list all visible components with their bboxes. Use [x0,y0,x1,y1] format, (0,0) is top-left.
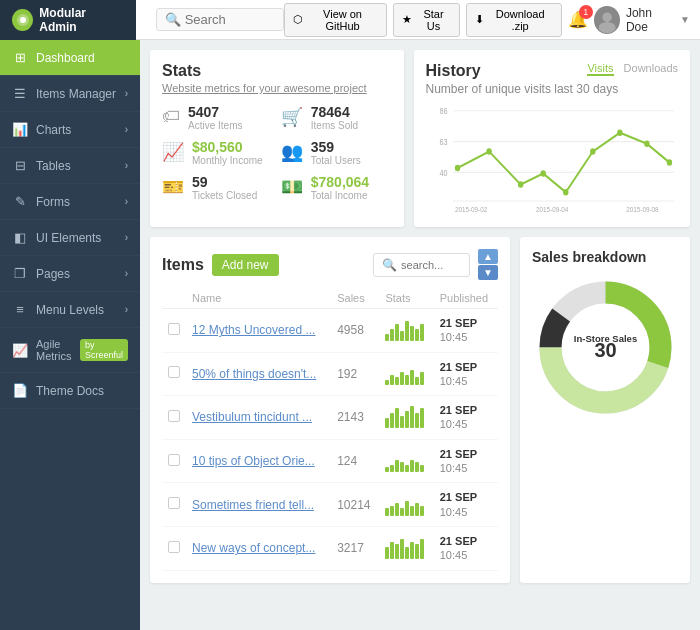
svg-point-3 [598,21,615,32]
item-sales: 10214 [331,483,379,527]
pub-date: 21 SEP10:45 [440,534,492,563]
item-name-link[interactable]: Sometimes friend tell... [192,498,314,512]
ticket-icon: 🎫 [162,176,184,198]
mini-bar [390,506,394,516]
mini-bar [395,377,399,385]
svg-text:2015-09-08: 2015-09-08 [626,205,658,212]
sidebar-item-dashboard[interactable]: ⊞ Dashboard [0,40,140,76]
sidebar-item-agile-metrics[interactable]: 📈 Agile Metrics by Screenful [0,328,140,373]
svg-point-17 [540,170,545,177]
row-checkbox[interactable] [168,541,180,553]
search-icon: 🔍 [382,258,397,272]
sidebar-item-pages[interactable]: ❐ Pages › [0,256,140,292]
download-button[interactable]: ⬇ Download .zip [466,3,562,37]
search-box[interactable]: 🔍 [156,8,284,31]
mini-bar [395,503,399,516]
row-checkbox[interactable] [168,410,180,422]
tab-visits[interactable]: Visits [587,62,613,76]
items-search-box[interactable]: 🔍 [373,253,470,277]
user-menu[interactable]: John Doe ▼ [594,6,690,34]
sidebar-item-items-manager[interactable]: ☰ Items Manager › [0,76,140,112]
pub-date: 21 SEP10:45 [440,447,492,476]
item-stats-bars [379,483,433,527]
items-title: Items [162,256,204,274]
sidebar-label: UI Elements [36,231,101,245]
table-row: Sometimes friend tell...1021421 SEP10:45 [162,483,498,527]
chevron-right-icon: › [125,160,128,171]
item-name-link[interactable]: 50% of things doesn't... [192,367,316,381]
row-checkbox[interactable] [168,323,180,335]
item-name-link[interactable]: 12 Myths Uncovered ... [192,323,315,337]
items-search-input[interactable] [401,259,461,271]
item-name-link[interactable]: 10 tips of Object Orie... [192,454,315,468]
avatar [594,6,620,34]
pub-date: 21 SEP10:45 [440,490,492,519]
table-row: 50% of things doesn't...19221 SEP10:45 [162,352,498,396]
chevron-right-icon: › [125,88,128,99]
chevron-right-icon: › [125,196,128,207]
sidebar-item-theme-docs[interactable]: 📄 Theme Docs [0,373,140,409]
mini-bar [390,413,394,428]
star-button[interactable]: ★ Star Us [393,3,459,37]
search-input[interactable] [185,12,275,27]
row-checkbox[interactable] [168,497,180,509]
item-name-link[interactable]: Vestibulum tincidunt ... [192,410,312,424]
add-new-button[interactable]: Add new [212,254,279,276]
sort-down-button[interactable]: ▼ [478,265,498,280]
chevron-right-icon: › [125,232,128,243]
sales-breakdown-card: Sales breakdown In-Store [520,237,690,583]
mini-bar [395,324,399,342]
sidebar-item-tables[interactable]: ⊟ Tables › [0,148,140,184]
svg-point-15 [486,148,491,155]
svg-point-22 [666,159,671,166]
history-card: History Visits Downloads Number of uniqu… [414,50,690,227]
row-checkbox[interactable] [168,366,180,378]
chevron-down-icon: ▼ [680,14,690,25]
ui-icon: ◧ [12,230,28,245]
sidebar-item-forms[interactable]: ✎ Forms › [0,184,140,220]
charts-icon: 📊 [12,122,28,137]
mini-bar [410,326,414,341]
notifications-bell[interactable]: 🔔 1 [568,10,588,29]
income-icon: 📈 [162,141,184,163]
pub-date: 21 SEP10:45 [440,360,492,389]
row-checkbox[interactable] [168,454,180,466]
mini-bar [405,321,409,341]
mini-bar [420,324,424,342]
items-section: Items Add new 🔍 ▲ ▼ Name [150,237,690,583]
sort-up-button[interactable]: ▲ [478,249,498,264]
stats-title: Stats [162,62,392,80]
history-title: History [426,62,481,80]
sidebar-label: Forms [36,195,70,209]
sidebar-label: Items Manager [36,87,116,101]
stats-grid: 🏷 5407 Active Items 🛒 78464 Items Sold [162,104,392,201]
mini-bar [400,508,404,516]
sidebar-item-menu-levels[interactable]: ≡ Menu Levels › [0,292,140,328]
user-name: John Doe [626,6,674,34]
mini-bar [410,506,414,516]
mini-bar [385,508,389,516]
mini-bar [400,539,404,559]
pub-date: 21 SEP10:45 [440,316,492,345]
stat-label: Tickets Closed [192,190,257,201]
item-sales: 3217 [331,526,379,570]
item-stats-bars [379,309,433,353]
sidebar-item-ui-elements[interactable]: ◧ UI Elements › [0,220,140,256]
bell-badge: 1 [579,5,593,19]
mini-bar [415,544,419,559]
top-cards-row: Stats Website metrics for your awesome p… [150,50,690,227]
history-tabs: Visits Downloads [587,62,678,76]
item-sales: 124 [331,439,379,483]
metrics-icon: 📈 [12,343,28,358]
chart-subtitle: Number of unique visits last 30 days [426,82,678,96]
col-published: Published [434,288,498,309]
github-button[interactable]: ⬡ View on GitHub [284,3,388,37]
mini-bar [410,460,414,473]
github-icon: ⬡ [293,13,303,26]
item-name-link[interactable]: New ways of concept... [192,541,315,555]
svg-point-16 [518,181,523,188]
svg-point-1 [20,17,26,23]
sidebar: ⊞ Dashboard ☰ Items Manager › 📊 Charts ›… [0,40,140,630]
tab-downloads[interactable]: Downloads [624,62,678,76]
sidebar-item-charts[interactable]: 📊 Charts › [0,112,140,148]
